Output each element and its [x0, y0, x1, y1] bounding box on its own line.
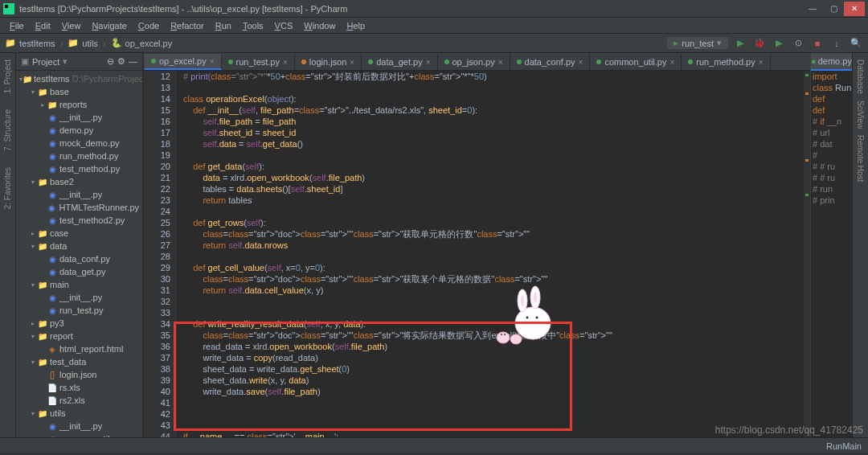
- app-icon: [3, 3, 14, 14]
- menu-window[interactable]: Window: [299, 19, 340, 32]
- crumb-icon: 📁: [68, 38, 79, 48]
- tree-item-html-report-html[interactable]: ◈html_report.html: [16, 342, 142, 355]
- tree-item---init---py[interactable]: ◉__init__.py: [16, 188, 142, 201]
- project-header-label: Project: [32, 57, 59, 67]
- tab-common_util-py[interactable]: common_util.py×: [590, 54, 682, 70]
- watermark-url: https://blog.csdn.net/qq_41782425: [715, 424, 863, 436]
- tree-item-testitems[interactable]: ▾📁testItems D:\PycharmProjects\t: [16, 72, 142, 85]
- tree-item-mock-demo-py[interactable]: ◉mock_demo.py: [16, 137, 142, 150]
- tree-item-login-json[interactable]: {}login.json: [16, 368, 142, 381]
- tree-item---init---py[interactable]: ◉__init__.py: [16, 420, 142, 432]
- window-controls: — ▢ ✕: [802, 2, 865, 16]
- editor-context[interactable]: RunMain: [826, 441, 862, 451]
- search-icon[interactable]: 🔍: [849, 36, 863, 51]
- tab-data_conf-py[interactable]: data_conf.py×: [510, 54, 591, 70]
- tab-op_excel-py[interactable]: op_excel.py×: [145, 54, 222, 70]
- editor-tabs: op_excel.py×run_test.py×login.json×data_…: [143, 53, 810, 71]
- tree-item---init---py[interactable]: ◉__init__.py: [16, 111, 142, 124]
- tree-item-run-test-py[interactable]: ◉run_test.py: [16, 304, 142, 317]
- close-icon[interactable]: ×: [283, 58, 288, 67]
- minimize-button[interactable]: —: [802, 2, 823, 16]
- code-editor[interactable]: 1213141516171819202122232425262728293031…: [143, 71, 810, 437]
- profile-icon[interactable]: ⊙: [791, 36, 805, 51]
- tree-item-base2[interactable]: ▾📁base2: [16, 175, 142, 188]
- run-icon[interactable]: ▶: [733, 36, 747, 51]
- tree-item-main[interactable]: ▾📁main: [16, 278, 142, 291]
- close-icon[interactable]: ×: [210, 57, 215, 66]
- update-icon[interactable]: ↓: [829, 36, 844, 51]
- hide-icon[interactable]: —: [129, 56, 137, 67]
- crumb-1[interactable]: utils: [82, 39, 98, 48]
- close-icon[interactable]: ×: [759, 58, 764, 67]
- tree-item-htmltestrunner-py[interactable]: ◉HTMLTestRunner.py: [16, 201, 142, 214]
- tab-data_get-py[interactable]: data_get.py×: [362, 54, 437, 70]
- tree-item-report[interactable]: ▾📁report: [16, 330, 142, 342]
- maximize-button[interactable]: ▢: [823, 2, 844, 16]
- title-bar: testItems [D:\PycharmProjects\testItems]…: [0, 0, 868, 18]
- tree-item-common-util-py[interactable]: ◉common_util.py: [16, 432, 142, 437]
- left-tool-strip: 1: Project7: Structure2: Favorites: [0, 53, 16, 437]
- menu-help[interactable]: Help: [342, 19, 370, 32]
- tab-run_method-py[interactable]: run_method.py×: [682, 54, 770, 70]
- tree-item-case[interactable]: ▸📁case: [16, 227, 142, 240]
- close-icon[interactable]: ×: [579, 58, 583, 67]
- close-icon[interactable]: ×: [669, 58, 674, 67]
- collapse-icon[interactable]: ⊖: [107, 56, 114, 67]
- svg-rect-1: [5, 5, 8, 8]
- tree-item-data-get-py[interactable]: ◉data_get.py: [16, 265, 142, 278]
- menu-file[interactable]: File: [5, 19, 29, 32]
- tab-login-json[interactable]: login.json×: [295, 54, 362, 70]
- close-button[interactable]: ✕: [844, 2, 865, 16]
- tree-item-demo-py[interactable]: ◉demo.py: [16, 124, 142, 137]
- tool-tab-structure[interactable]: 7: Structure: [3, 106, 12, 154]
- menu-code[interactable]: Code: [133, 19, 164, 32]
- close-icon[interactable]: ×: [426, 58, 431, 67]
- tree-item-test-method2-py[interactable]: ◉test_method2.py: [16, 214, 142, 227]
- tab-op_json-py[interactable]: op_json.py×: [438, 54, 510, 70]
- right-tool-strip: DatabaseSciViewRemote Host: [852, 53, 868, 437]
- tree-item-base[interactable]: ▾📁base: [16, 85, 142, 98]
- tab-run_test-py[interactable]: run_test.py×: [222, 54, 295, 70]
- close-icon[interactable]: ×: [350, 58, 354, 67]
- tool-tab-favorites[interactable]: 2: Favorites: [3, 164, 12, 212]
- settings-icon[interactable]: ⚙: [117, 56, 125, 67]
- debug-icon[interactable]: 🐞: [752, 36, 767, 51]
- main-menu: FileEditViewNavigateCodeRefactorRunTools…: [0, 18, 868, 34]
- code-content[interactable]: # print(class="str">"*"*50+class="str">"…: [177, 71, 810, 437]
- coverage-icon[interactable]: ▶: [772, 36, 786, 51]
- tree-item-data[interactable]: ▾📁data: [16, 240, 142, 252]
- tree-item-utils[interactable]: ▾📁utils: [16, 407, 142, 420]
- menu-view[interactable]: View: [57, 19, 86, 32]
- run-config-combo[interactable]: ▸ run_test ▾: [667, 37, 728, 49]
- crumb-0[interactable]: testItems: [19, 39, 55, 48]
- split-code[interactable]: importclass Run def def# if __n# url# da…: [811, 71, 852, 437]
- tool-tab-remotehost[interactable]: Remote Host: [856, 132, 865, 185]
- error-stripe[interactable]: [804, 71, 810, 437]
- menu-vcs[interactable]: VCS: [270, 19, 298, 32]
- crumb-2[interactable]: op_excel.py: [125, 39, 173, 48]
- tree-item-run-method-py[interactable]: ◉run_method.py: [16, 150, 142, 162]
- menu-navigate[interactable]: Navigate: [87, 19, 131, 32]
- project-header: ▣ Project ▾ ⊖ ⚙ —: [16, 53, 142, 71]
- menu-tools[interactable]: Tools: [238, 19, 268, 32]
- menu-refactor[interactable]: Refactor: [166, 19, 209, 32]
- tree-item-reports[interactable]: ▸📁reports: [16, 98, 142, 111]
- tree-item---init---py[interactable]: ◉__init__.py: [16, 291, 142, 304]
- tool-tab-database[interactable]: Database: [856, 56, 865, 97]
- crumb-icon: 🐍: [111, 38, 122, 48]
- tree-item-rs-xls[interactable]: 📄rs.xls: [16, 381, 142, 394]
- tool-tab-sciview[interactable]: SciView: [856, 97, 865, 132]
- menu-edit[interactable]: Edit: [31, 19, 55, 32]
- tab-demo[interactable]: ●demo.py: [811, 53, 852, 71]
- tree-item-py3[interactable]: ▸📁py3: [16, 317, 142, 330]
- menu-run[interactable]: Run: [211, 19, 236, 32]
- stop-icon[interactable]: ■: [810, 36, 825, 51]
- tool-tab-project[interactable]: 1: Project: [3, 56, 12, 96]
- project-tree[interactable]: ▾📁testItems D:\PycharmProjects\t▾📁base▸📁…: [16, 71, 142, 437]
- close-icon[interactable]: ×: [498, 58, 503, 67]
- tree-item-data-conf-py[interactable]: ◉data_conf.py: [16, 252, 142, 265]
- tree-item-rs2-xls[interactable]: 📄rs2.xls: [16, 394, 142, 407]
- tree-item-test-method-py[interactable]: ◉test_method.py: [16, 162, 142, 175]
- tree-item-test-data[interactable]: ▾📁test_data: [16, 355, 142, 368]
- split-editor: ●demo.py importclass Run def def# if __n…: [810, 53, 852, 437]
